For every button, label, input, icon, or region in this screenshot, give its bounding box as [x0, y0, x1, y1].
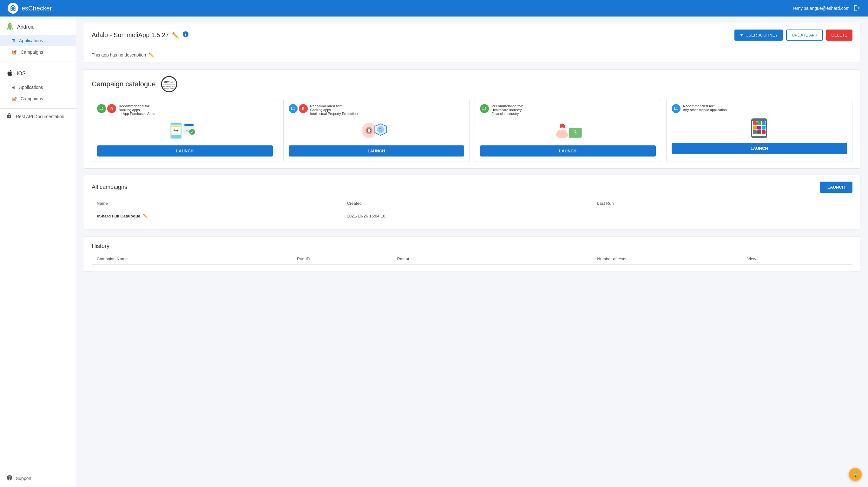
badge-l2: L2 — [97, 104, 106, 113]
badge-group-2: L1 R — [289, 104, 308, 113]
android-icon — [6, 23, 13, 31]
main-content: Adalo - SommeliApp 1.5.27 ✏️ ▼ USER JOUR… — [76, 17, 868, 487]
lock-icon-sidebar — [6, 113, 12, 120]
banking-illustration: PAY GDPR ✓ — [169, 119, 201, 142]
sidebar-ios-label: iOS — [17, 71, 26, 77]
badge-l2-2: L2 — [480, 104, 489, 113]
user-journey-button[interactable]: ▼ USER JOURNEY — [735, 30, 783, 40]
hist-col-ran-at: Ran at — [397, 257, 597, 261]
svg-point-18 — [367, 129, 371, 133]
svg-rect-32 — [762, 126, 766, 130]
badge-group-1: L2 R — [97, 104, 116, 113]
svg-point-22 — [557, 130, 567, 135]
launch-button-banking[interactable]: LAUNCH — [97, 145, 273, 156]
svg-rect-12 — [184, 124, 193, 126]
campaign-cards-grid: L2 R Recommended for: Banking appsIn-App… — [92, 99, 852, 162]
svg-rect-33 — [753, 130, 757, 134]
hist-col-view: View — [747, 257, 847, 261]
svg-rect-30 — [753, 126, 757, 130]
card-image-banking: PAY GDPR ✓ — [169, 119, 201, 142]
owasp-logo: OWASP Open Web Application Security Proj… — [161, 76, 177, 92]
row-edit-icon[interactable]: ✏️ — [143, 214, 148, 219]
logout-icon[interactable] — [854, 4, 860, 12]
card-header-banking: L2 R Recommended for: Banking appsIn-App… — [97, 104, 273, 116]
svg-text:$: $ — [574, 130, 577, 135]
update-apk-button[interactable]: UPDATE APK — [786, 30, 823, 40]
app-logo — [8, 3, 19, 13]
svg-rect-9 — [172, 126, 180, 127]
campaign-card-banking: L2 R Recommended for: Banking appsIn-App… — [92, 99, 278, 162]
card-rec-mobile: Recommended for: Any other mobile applic… — [683, 104, 727, 112]
history-title: History — [92, 243, 852, 250]
svg-rect-35 — [762, 130, 766, 134]
svg-rect-31 — [757, 126, 761, 130]
history-table-header: Campaign Name Run ID Ran at Number of te… — [92, 253, 852, 265]
app-info-icon[interactable] — [182, 31, 189, 39]
sidebar-item-ios-applications[interactable]: ⊞ Applications — [0, 82, 76, 93]
app-name: Adalo - SommeliApp 1.5.27 — [92, 31, 169, 39]
healthcare-illustration: $ — [552, 119, 584, 142]
badge-l1: L1 — [289, 104, 298, 113]
launch-button-gaming[interactable]: LAUNCH — [289, 145, 464, 156]
launch-button-healthcare[interactable]: LAUNCH — [480, 145, 656, 156]
app-edit-icon[interactable]: ✏️ — [172, 32, 179, 39]
float-lock-icon[interactable]: 🔒 — [849, 468, 862, 481]
table-row: eShard Full Catalogue ✏️ 2021-10-26 16:0… — [92, 209, 852, 223]
row-campaign-name: eShard Full Catalogue ✏️ — [97, 214, 347, 219]
sidebar-item-ios-campaigns[interactable]: 🧺 Campaigns — [0, 93, 76, 105]
card-rec-gaming: Recommended for: Gaming appsIntellectual… — [310, 104, 358, 116]
all-campaigns-launch-button[interactable]: LAUNCH — [820, 181, 852, 193]
grid-icon-ios: ⊞ — [11, 85, 15, 90]
sidebar-support[interactable]: Support — [0, 469, 76, 487]
sidebar-platform-ios[interactable]: iOS — [0, 66, 76, 82]
row-created: 2021-10-26 16:04:10 — [347, 214, 597, 219]
description-card: This app has no description ✏️ — [84, 47, 860, 63]
grid-icon: ⊞ — [11, 38, 15, 43]
col-last-run: Last Run — [597, 201, 847, 206]
hist-col-num-tests: Number of tests — [597, 257, 747, 261]
description-text: This app has no description — [92, 52, 146, 57]
sidebar-item-android-campaigns[interactable]: 🧺 Campaigns — [0, 46, 76, 58]
ios-section: iOS ⊞ Applications 🧺 Campaigns — [0, 63, 76, 107]
sidebar-platform-android[interactable]: Android — [0, 19, 76, 35]
badge-r2: R — [299, 104, 308, 113]
app-title-group: Adalo - SommeliApp 1.5.27 ✏️ — [92, 31, 189, 39]
svg-rect-27 — [753, 121, 757, 125]
launch-button-mobile[interactable]: LAUNCH — [672, 143, 847, 154]
android-section: Android ⊞ Applications 🧺 Campaigns — [0, 17, 76, 60]
card-header-mobile: L1 Recommended for: Any other mobile app… — [672, 104, 847, 113]
support-label: Support — [16, 476, 31, 481]
col-name: Name — [97, 201, 347, 206]
badge-l1-2: L1 — [672, 104, 681, 113]
delete-button[interactable]: DELETE — [826, 30, 852, 40]
chevron-down-icon: ▼ — [740, 33, 744, 37]
ios-icon — [6, 69, 13, 78]
app-action-buttons: ▼ USER JOURNEY UPDATE APK DELETE — [735, 30, 852, 40]
svg-text:✓: ✓ — [191, 130, 193, 134]
svg-text:OWASP: OWASP — [164, 80, 175, 84]
description-edit-icon[interactable]: ✏️ — [149, 52, 154, 57]
all-campaigns-header: All campaigns LAUNCH — [92, 181, 852, 193]
hist-col-campaign: Campaign Name — [97, 257, 297, 261]
header-right: remy.balangue@eshard.com — [793, 4, 860, 12]
top-header: esChecker remy.balangue@eshard.com — [0, 0, 868, 17]
campaign-card-healthcare: L2 Recommended for: Healthcare IndustryF… — [475, 99, 661, 162]
card-rec-banking: Recommended for: Banking appsIn-App Purc… — [119, 104, 155, 116]
sidebar: Android ⊞ Applications 🧺 Campaigns iOS ⊞… — [0, 17, 76, 487]
badge-r: R — [107, 104, 116, 113]
all-campaigns-section: All campaigns LAUNCH Name Created Last R… — [84, 175, 860, 230]
campaign-card-gaming: L1 R Recommended for: Gaming appsIntelle… — [283, 99, 470, 162]
sidebar-item-rest-api[interactable]: Rest API Documentation — [0, 110, 76, 123]
main-layout: Android ⊞ Applications 🧺 Campaigns iOS ⊞… — [0, 17, 868, 487]
sidebar-android-applications-label: Applications — [19, 38, 43, 43]
svg-text:©: © — [379, 127, 382, 132]
sidebar-divider-2 — [0, 108, 76, 109]
badge-group-4: L1 — [672, 104, 681, 113]
header-left: esChecker — [8, 3, 52, 13]
campaign-catalogue-section: Campaign catalogue OWASP Open Web Applic… — [84, 69, 860, 169]
svg-text:PAY: PAY — [174, 129, 179, 132]
catalogue-header: Campaign catalogue OWASP Open Web Applic… — [92, 76, 852, 92]
badge-group-3: L2 — [480, 104, 489, 113]
svg-text:Security Project: Security Project — [163, 87, 175, 89]
sidebar-item-android-applications[interactable]: ⊞ Applications — [0, 35, 76, 46]
